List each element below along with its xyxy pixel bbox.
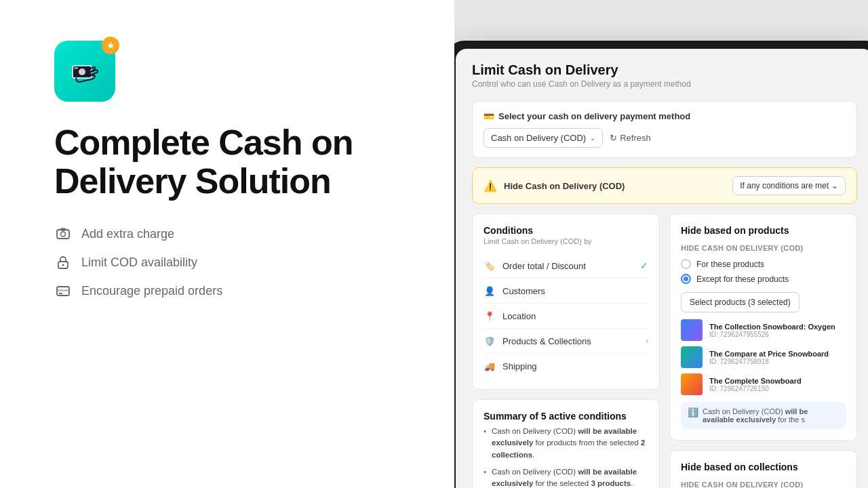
tag-icon: 🏷️ [484, 260, 496, 272]
lock-icon [54, 253, 72, 271]
app-logo-icon [67, 54, 102, 89]
conditions-subtitle: Limit Cash on Delivery (COD) by [484, 237, 648, 245]
condition-location[interactable]: 📍 Location [484, 304, 648, 329]
chevron-right-icon: › [646, 336, 648, 346]
summary-item-2: Cash on Delivery (COD) will be available… [484, 464, 648, 488]
svg-rect-10 [57, 289, 69, 291]
products-panel-title: Hide based on products [681, 225, 846, 236]
radio-circle-for-products [681, 259, 691, 269]
pin-icon: 📍 [484, 310, 496, 322]
star-badge: ★ [102, 37, 119, 54]
payment-dropdown[interactable]: Cash on Delivery (COD) ⌄ [484, 128, 603, 148]
info-text-products: Cash on Delivery (COD) will be available… [703, 407, 839, 424]
svg-point-1 [79, 68, 85, 75]
chevron-down-icon: ⌄ [831, 181, 838, 190]
conditions-panel: Conditions Limit Cash on Delivery (COD) … [472, 214, 660, 390]
svg-rect-4 [57, 230, 69, 239]
conditions-list: 🏷️ Order total / Discount ✓ 👤 Customers [484, 253, 648, 378]
collections-panel: Hide based on collections Hide Cash on D… [669, 450, 857, 488]
product-thumbnail-2 [681, 346, 703, 368]
product-info-1: The Collection Snowboard: Oxygen ID: 729… [709, 323, 835, 338]
svg-point-5 [61, 232, 66, 237]
condition-products-collections[interactable]: 🛡️ Products & Collections › [484, 329, 648, 354]
info-banner-products: ℹ️ Cash on Delivery (COD) will be availa… [681, 402, 846, 429]
camera-icon [54, 225, 72, 243]
product-list: The Collection Snowboard: Oxygen ID: 729… [681, 319, 846, 395]
products-panel: Hide based on products Hide Cash on Deli… [669, 214, 857, 441]
product-thumbnail-1 [681, 319, 703, 341]
svg-rect-11 [59, 293, 62, 294]
payment-controls: Cash on Delivery (COD) ⌄ ↻ Refresh [484, 128, 846, 148]
tablet-screen: Limit Cash on Delivery Control who can u… [456, 49, 868, 488]
person-icon: 👤 [484, 285, 496, 297]
feature-prepaid-label: Encourage prepaid orders [81, 284, 222, 298]
radio-circle-except-products [681, 274, 691, 284]
right-panel: Limit Cash on Delivery Control who can u… [454, 0, 868, 488]
hide-cod-products-label: Hide Cash on Delivery (COD) [681, 244, 846, 252]
product-item-1: The Collection Snowboard: Oxygen ID: 729… [681, 319, 846, 341]
payment-method-label: 💳 Select your cash on delivery payment m… [484, 111, 846, 121]
payment-icon: 💳 [484, 111, 494, 121]
radio-except-products[interactable]: Except for these products [681, 274, 846, 284]
feature-limit: Limit COD availability [54, 253, 414, 271]
product-info-3: The Complete Snowboard ID: 7296247726150 [709, 377, 802, 392]
product-item-3: The Complete Snowboard ID: 7296247726150 [681, 373, 846, 395]
dropdown-chevron-icon: ⌄ [590, 134, 595, 142]
feature-limit-label: Limit COD availability [81, 256, 197, 270]
warning-icon: ⚠️ [484, 180, 497, 192]
app-icon: ★ [54, 41, 115, 102]
page-subtitle: Control who can use Cash on Delivery as … [472, 79, 857, 89]
main-headline: Complete Cash on Delivery Solution [54, 123, 414, 201]
feature-prepaid: Encourage prepaid orders [54, 282, 414, 300]
feature-charge-label: Add extra charge [81, 227, 174, 241]
summary-panel: Summary of 5 active conditions Cash on D… [472, 399, 660, 488]
summary-item-1: Cash on Delivery (COD) will be available… [484, 423, 648, 464]
refresh-button[interactable]: ↻ Refresh [610, 133, 651, 143]
condition-select-dropdown[interactable]: If any conditions are met ⌄ [732, 176, 846, 195]
payment-method-section: 💳 Select your cash on delivery payment m… [472, 101, 857, 158]
svg-point-8 [62, 264, 64, 266]
hide-cod-banner: ⚠️ Hide Cash on Delivery (COD) If any co… [472, 167, 857, 204]
shield-icon: 🛡️ [484, 335, 496, 347]
features-list: Add extra charge Limit COD availability [54, 225, 414, 300]
product-thumbnail-3 [681, 373, 703, 395]
product-item-2: The Compare at Price Snowboard ID: 72962… [681, 346, 846, 368]
feature-charge: Add extra charge [54, 225, 414, 243]
condition-customers[interactable]: 👤 Customers [484, 279, 648, 304]
refresh-icon: ↻ [610, 133, 617, 143]
info-icon: ℹ️ [688, 407, 698, 418]
truck-icon: 🚚 [484, 360, 496, 372]
radio-for-products[interactable]: For these products [681, 259, 846, 269]
product-info-2: The Compare at Price Snowboard ID: 72962… [709, 350, 829, 365]
right-panels: Hide based on products Hide Cash on Deli… [669, 214, 857, 488]
conditions-title: Conditions [484, 225, 648, 236]
hide-cod-collections-label: Hide Cash on Delivery (COD) [681, 481, 846, 488]
summary-list: Cash on Delivery (COD) will be available… [484, 423, 648, 488]
tablet-mockup: Limit Cash on Delivery Control who can u… [454, 41, 868, 488]
select-products-button[interactable]: Select products (3 selected) [681, 292, 800, 312]
condition-shipping[interactable]: 🚚 Shipping [484, 354, 648, 378]
collections-panel-title: Hide based on collections [681, 462, 846, 472]
hide-cod-text: Hide Cash on Delivery (COD) [504, 181, 726, 191]
card-icon [54, 282, 72, 300]
svg-rect-2 [74, 67, 78, 69]
screen-content: Limit Cash on Delivery Control who can u… [456, 49, 868, 488]
left-panel: ★ Complete Cash on Delivery Solution Add… [0, 0, 454, 488]
products-radio-group: For these products Except for these prod… [681, 259, 846, 284]
summary-title: Summary of 5 active conditions [484, 411, 648, 422]
condition-order-total[interactable]: 🏷️ Order total / Discount ✓ [484, 253, 648, 279]
page-title: Limit Cash on Delivery [472, 62, 857, 78]
checkmark-icon: ✓ [640, 260, 648, 271]
